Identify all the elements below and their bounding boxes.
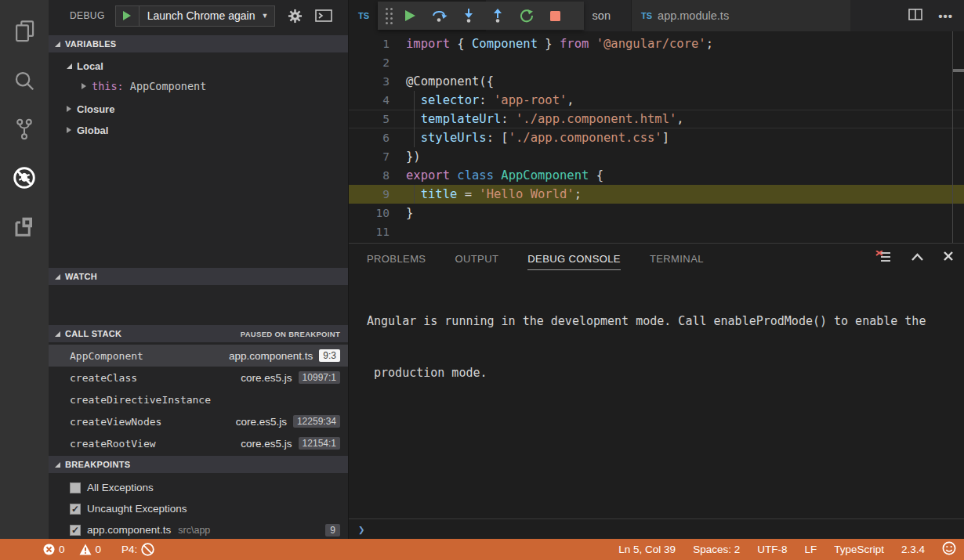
call-stack-frame[interactable]: createViewNodescore.es5.js12259:34 <box>49 410 348 432</box>
source-control-icon[interactable] <box>0 105 49 154</box>
breakpoint-item[interactable]: ✓Uncaught Exceptions <box>49 498 348 519</box>
call-stack-frame[interactable]: createClasscore.es5.js10997:1 <box>49 367 348 388</box>
sidebar-title: DEBUG <box>70 10 105 21</box>
breakpoint-item[interactable]: All Exceptions <box>49 477 348 498</box>
debug-sidebar: DEBUG Launch Chrome again ▼ <box>49 0 349 539</box>
line-number[interactable]: 7 <box>349 147 390 166</box>
editor-group: TS son TS app.module.ts ••• <box>349 0 964 539</box>
panel-tab-debug-console[interactable]: DEBUG CONSOLE <box>527 246 621 270</box>
close-panel-icon[interactable] <box>944 250 953 264</box>
line-number[interactable]: 9 <box>349 185 390 204</box>
line-number[interactable]: 8 <box>349 166 390 185</box>
overview-cursor-mark <box>953 69 964 72</box>
line-number[interactable]: 10 <box>349 204 390 222</box>
code-line[interactable]: 6 styleUrls: ['./app.component.css'] <box>349 128 964 147</box>
statusbar-item[interactable]: LF <box>804 544 817 555</box>
step-out-button[interactable] <box>483 4 512 27</box>
launch-config-dropdown[interactable]: Launch Chrome again ▼ <box>115 5 276 27</box>
code-line[interactable]: 2 <box>349 53 964 72</box>
error-count[interactable]: 0 <box>43 544 65 555</box>
maximize-panel-icon[interactable] <box>911 250 923 264</box>
p4-status[interactable]: P4: <box>121 543 154 556</box>
checkbox-checked[interactable]: ✓ <box>70 504 81 515</box>
typescript-file-icon: TS <box>641 11 652 20</box>
paused-status-badge: PAUSED ON BREAKPOINT <box>241 330 348 338</box>
chevron-expanded-icon <box>67 63 72 69</box>
panel-tab-bar: PROBLEMSOUTPUTDEBUG CONSOLETERMINAL <box>349 244 964 272</box>
clear-console-icon[interactable] <box>875 251 891 263</box>
code-editor[interactable]: 1import { Component } from '@angular/cor… <box>349 31 964 243</box>
typescript-file-icon: TS <box>358 11 369 20</box>
vscode-window: DEBUG Launch Chrome again ▼ <box>0 0 964 560</box>
more-actions-icon[interactable]: ••• <box>938 9 953 23</box>
dropdown-caret-icon: ▼ <box>261 12 274 20</box>
line-number[interactable]: 1 <box>349 34 390 53</box>
line-number[interactable]: 5 <box>349 110 390 128</box>
code-line[interactable]: 8export class AppComponent { <box>349 166 964 185</box>
restart-button[interactable] <box>512 4 541 27</box>
call-stack-frame[interactable]: createRootViewcore.es5.js12154:1 <box>49 432 348 454</box>
statusbar-item[interactable]: Spaces: 2 <box>693 544 740 555</box>
debug-console-toggle-icon[interactable] <box>315 9 332 22</box>
statusbar-item[interactable]: UTF-8 <box>757 544 787 555</box>
line-number[interactable]: 4 <box>349 91 390 110</box>
panel-tab-terminal[interactable]: TERMINAL <box>650 246 704 269</box>
call-stack-frame[interactable]: AppComponentapp.component.ts9:3 <box>49 345 348 367</box>
code-line[interactable]: 9 title = 'Hello World'; <box>349 185 964 204</box>
debug-sidebar-header: DEBUG Launch Chrome again ▼ <box>49 0 348 31</box>
debug-console-input[interactable]: ❯ <box>349 518 964 539</box>
call-stack-section-header[interactable]: CALL STACK PAUSED ON BREAKPOINT <box>49 325 348 342</box>
line-number[interactable]: 2 <box>349 53 390 72</box>
step-into-button[interactable] <box>454 4 483 27</box>
call-stack-frame[interactable]: createDirectiveInstance <box>49 388 348 410</box>
code-line[interactable]: 11 <box>349 222 964 241</box>
code-line[interactable]: 4 selector: 'app-root', <box>349 91 964 110</box>
configure-gear-icon[interactable] <box>288 9 303 23</box>
debug-console-output[interactable]: Angular is running in the development mo… <box>349 272 964 416</box>
console-prompt-icon: ❯ <box>358 523 364 536</box>
statusbar-item[interactable]: Ln 5, Col 39 <box>618 544 676 555</box>
split-editor-icon[interactable] <box>908 9 922 23</box>
panel-tab-problems[interactable]: PROBLEMS <box>367 246 426 269</box>
feedback-smiley-icon[interactable] <box>942 541 956 558</box>
statusbar-item[interactable]: TypeScript <box>834 544 884 555</box>
code-line[interactable]: 3@Component({ <box>349 72 964 91</box>
toolbar-drag-handle[interactable] <box>386 8 393 24</box>
stop-button[interactable] <box>541 4 570 27</box>
breakpoints-section-header[interactable]: BREAKPOINTS <box>49 456 348 473</box>
indent-guide <box>414 185 415 204</box>
launch-config-label[interactable]: Launch Chrome again <box>140 9 262 22</box>
continue-button[interactable] <box>396 4 425 27</box>
statusbar-item[interactable]: 2.3.4 <box>901 544 925 555</box>
chevron-expanded-icon <box>55 42 60 47</box>
scope-local[interactable]: Local <box>49 56 348 75</box>
warning-count[interactable]: 0 <box>79 544 102 555</box>
step-over-button[interactable] <box>425 4 454 27</box>
explorer-icon[interactable] <box>0 8 49 56</box>
code-line[interactable]: 5 templateUrl: './app.component.html', <box>349 110 964 128</box>
variable-this[interactable]: this: AppComponent <box>49 77 348 96</box>
start-debug-icon[interactable] <box>116 6 140 26</box>
line-number[interactable]: 3 <box>349 72 390 91</box>
tab-app-module-ts[interactable]: TS app.module.ts <box>631 0 850 31</box>
variables-section-header[interactable]: VARIABLES <box>49 35 348 52</box>
scope-closure[interactable]: Closure <box>49 99 348 118</box>
code-line[interactable]: 10} <box>349 204 964 222</box>
editor-tab-bar: TS son TS app.module.ts ••• <box>349 0 964 31</box>
debug-icon[interactable] <box>0 154 49 202</box>
code-line[interactable]: 7}) <box>349 147 964 166</box>
panel-tab-output[interactable]: OUTPUT <box>455 246 498 269</box>
line-number[interactable]: 6 <box>349 128 390 147</box>
chevron-collapsed-icon <box>82 83 86 89</box>
extensions-icon[interactable] <box>0 202 49 251</box>
line-number[interactable]: 11 <box>349 222 390 241</box>
breakpoint-item[interactable]: ✓app.component.tssrc\app9 <box>49 519 348 540</box>
checkbox-checked[interactable]: ✓ <box>70 525 81 536</box>
debug-toolbar <box>378 2 584 30</box>
scope-global[interactable]: Global <box>49 121 348 139</box>
chevron-collapsed-icon <box>67 106 71 112</box>
checkbox-unchecked[interactable] <box>70 482 81 493</box>
watch-section-header[interactable]: WATCH <box>49 268 348 285</box>
search-icon[interactable] <box>0 56 49 105</box>
code-line[interactable]: 1import { Component } from '@angular/cor… <box>349 34 964 53</box>
